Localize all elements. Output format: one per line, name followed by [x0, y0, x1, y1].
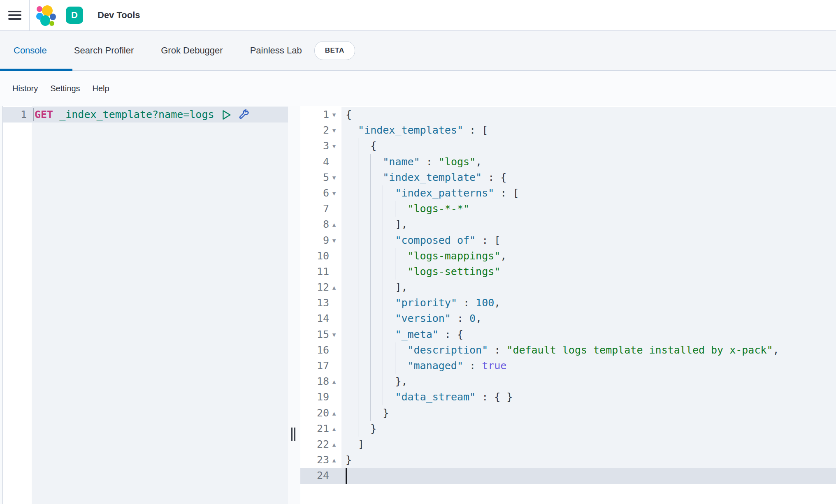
- space-badge[interactable]: D: [66, 7, 83, 24]
- code-line[interactable]: "index_templates" : [: [341, 123, 836, 138]
- response-line: 6▾ "index_patterns" : [: [300, 185, 836, 201]
- code-line[interactable]: "index_template" : {: [341, 170, 836, 185]
- response-gutter-cell: 4: [300, 154, 341, 170]
- indent-guide: [395, 358, 395, 374]
- request-text[interactable]: GET _index_template?name=logs: [32, 107, 250, 123]
- code-token: "managed": [408, 360, 463, 372]
- code-token: ,: [476, 312, 482, 324]
- panel-splitter[interactable]: [288, 106, 300, 504]
- indent-guide: [358, 248, 358, 264]
- indent-guide: [383, 280, 383, 295]
- code-token: "version": [395, 312, 451, 324]
- response-gutter-cell: 17: [300, 358, 341, 374]
- response-editor[interactable]: 1▾{2▾ "index_templates" : [3▾ {4 "name" …: [300, 106, 836, 504]
- response-gutter-cell: 22▴: [300, 437, 341, 452]
- code-token: true: [482, 360, 506, 372]
- code-token: "composed_of": [395, 234, 476, 246]
- code-line[interactable]: "logs-mappings",: [341, 248, 836, 264]
- fold-closed-icon[interactable]: ▴: [329, 405, 339, 421]
- code-token: },: [346, 375, 408, 387]
- code-line[interactable]: "priority" : 100,: [341, 295, 836, 311]
- code-line[interactable]: {: [341, 107, 836, 123]
- indent-guide: [383, 264, 383, 280]
- response-line: 14 "version" : 0,: [300, 311, 836, 326]
- fold-closed-icon[interactable]: ▴: [329, 374, 339, 389]
- fold-open-icon[interactable]: ▾: [329, 123, 339, 138]
- response-line: 19 "data_stream" : { }: [300, 389, 836, 405]
- code-token: "_meta": [395, 328, 438, 340]
- tab-painless-lab[interactable]: Painless Lab BETA: [250, 41, 355, 60]
- line-number: 19: [317, 389, 329, 405]
- fold-closed-icon[interactable]: ▴: [329, 280, 339, 295]
- code-line[interactable]: "logs-settings": [341, 264, 836, 280]
- elastic-logo[interactable]: [36, 5, 56, 26]
- fold-open-icon[interactable]: ▾: [329, 185, 339, 201]
- code-line[interactable]: [341, 468, 836, 483]
- fold-open-icon[interactable]: ▾: [329, 138, 339, 154]
- response-gutter-cell: 13: [300, 295, 341, 311]
- code-line[interactable]: "data_stream" : { }: [341, 389, 836, 405]
- code-line[interactable]: "name" : "logs",: [341, 154, 836, 170]
- tab-grok-debugger[interactable]: Grok Debugger: [161, 45, 223, 56]
- response-line: 11 "logs-settings": [300, 264, 836, 280]
- response-line: 12▴ ],: [300, 280, 836, 295]
- indent-guide: [358, 405, 358, 421]
- code-token: : {: [482, 171, 506, 183]
- tab-console[interactable]: Console: [14, 45, 47, 56]
- code-line[interactable]: "managed" : true: [341, 358, 836, 374]
- indent-guide: [370, 327, 371, 342]
- splitter-handle-icon[interactable]: [291, 428, 297, 441]
- tab-search-profiler[interactable]: Search Profiler: [74, 45, 134, 56]
- code-line[interactable]: "index_patterns" : [: [341, 185, 836, 201]
- fold-open-icon[interactable]: ▾: [329, 327, 339, 342]
- code-line[interactable]: ]: [341, 437, 836, 452]
- response-line: 22▴ ]: [300, 437, 836, 452]
- request-line[interactable]: 1 GET _index_template?name=logs: [3, 107, 288, 123]
- fold-closed-icon[interactable]: ▴: [329, 452, 339, 468]
- menu-button[interactable]: [8, 9, 21, 22]
- indent-guide: [383, 374, 383, 389]
- code-line[interactable]: },: [341, 374, 836, 389]
- fold-closed-icon[interactable]: ▴: [329, 437, 339, 452]
- history-button[interactable]: History: [12, 84, 38, 93]
- code-line[interactable]: "_meta" : {: [341, 327, 836, 342]
- code-token: [346, 156, 383, 168]
- indent-guide: [383, 295, 383, 311]
- code-line[interactable]: "version" : 0,: [341, 311, 836, 326]
- request-options-button[interactable]: [238, 109, 250, 121]
- indent-guide: [358, 185, 358, 201]
- header-divider: [89, 0, 89, 30]
- code-line[interactable]: "composed_of" : [: [341, 233, 836, 248]
- indent-guide: [383, 201, 383, 217]
- fold-closed-icon[interactable]: ▴: [329, 217, 339, 232]
- line-number: 2: [323, 123, 329, 138]
- response-line: 21▴ }: [300, 421, 836, 437]
- console-toolbar: History Settings Help: [0, 71, 836, 106]
- indent-guide: [358, 154, 358, 170]
- code-line[interactable]: ],: [341, 280, 836, 295]
- code-line[interactable]: {: [341, 138, 836, 154]
- indent-guide: [358, 280, 358, 295]
- response-gutter-cell: 8▴: [300, 217, 341, 232]
- help-button[interactable]: Help: [93, 84, 109, 93]
- request-editor[interactable]: 1 GET _index_template?name=logs: [0, 106, 288, 504]
- code-line[interactable]: }: [341, 452, 836, 468]
- send-request-button[interactable]: [221, 109, 232, 120]
- request-line-number: 1: [3, 107, 32, 123]
- code-line[interactable]: "logs-*-*": [341, 201, 836, 217]
- settings-button[interactable]: Settings: [50, 84, 80, 93]
- code-token: "logs-*-*": [408, 203, 470, 215]
- code-token: [346, 360, 408, 372]
- indent-guide: [383, 233, 383, 248]
- code-line[interactable]: "description" : "default logs template i…: [341, 342, 836, 358]
- code-token: : [: [476, 234, 500, 246]
- fold-open-icon[interactable]: ▾: [329, 233, 339, 248]
- tab-bar: Console Search Profiler Grok Debugger Pa…: [0, 31, 836, 71]
- code-line[interactable]: }: [341, 405, 836, 421]
- response-gutter-cell: 1▾: [300, 107, 341, 123]
- fold-closed-icon[interactable]: ▴: [329, 421, 339, 437]
- fold-open-icon[interactable]: ▾: [329, 170, 339, 185]
- code-line[interactable]: }: [341, 421, 836, 437]
- code-line[interactable]: ],: [341, 217, 836, 232]
- fold-open-icon[interactable]: ▾: [329, 107, 339, 123]
